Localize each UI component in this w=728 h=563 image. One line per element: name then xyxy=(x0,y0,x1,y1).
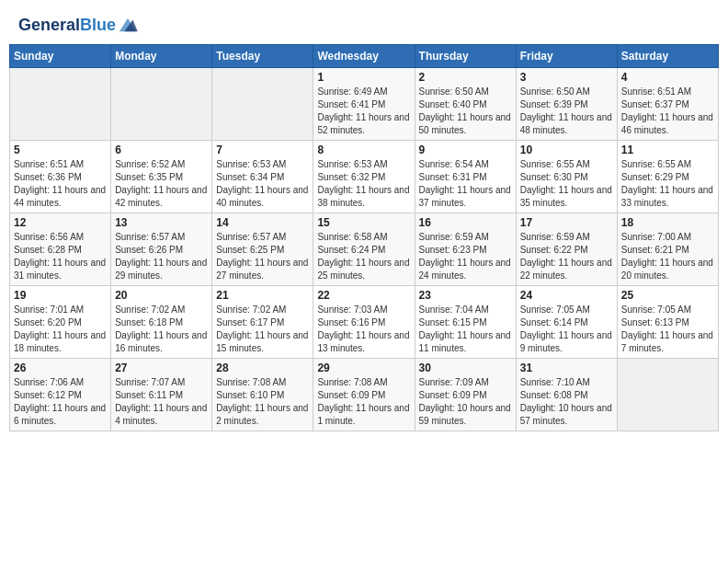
calendar-header-tuesday: Tuesday xyxy=(212,45,313,68)
calendar-cell: 13Sunrise: 6:57 AMSunset: 6:26 PMDayligh… xyxy=(111,213,212,286)
day-number: 12 xyxy=(14,216,107,229)
day-info: Sunrise: 6:53 AMSunset: 6:34 PMDaylight:… xyxy=(216,158,309,210)
calendar-week-3: 12Sunrise: 6:56 AMSunset: 6:28 PMDayligh… xyxy=(10,213,719,286)
day-number: 9 xyxy=(419,144,512,156)
day-number: 30 xyxy=(419,362,512,374)
calendar-cell: 15Sunrise: 6:58 AMSunset: 6:24 PMDayligh… xyxy=(313,213,415,286)
calendar-header-sunday: Sunday xyxy=(10,45,111,68)
calendar-week-2: 5Sunrise: 6:51 AMSunset: 6:36 PMDaylight… xyxy=(10,141,719,213)
day-info: Sunrise: 6:55 AMSunset: 6:29 PMDaylight:… xyxy=(621,158,714,210)
day-info: Sunrise: 7:10 AMSunset: 6:08 PMDaylight:… xyxy=(520,376,613,428)
calendar-cell: 11Sunrise: 6:55 AMSunset: 6:29 PMDayligh… xyxy=(617,141,718,213)
day-number: 1 xyxy=(317,71,410,84)
day-number: 7 xyxy=(216,144,309,156)
calendar-cell: 10Sunrise: 6:55 AMSunset: 6:30 PMDayligh… xyxy=(516,141,617,213)
day-info: Sunrise: 6:50 AMSunset: 6:40 PMDaylight:… xyxy=(419,86,512,137)
calendar-cell: 29Sunrise: 7:08 AMSunset: 6:09 PMDayligh… xyxy=(313,359,415,431)
logo-icon xyxy=(118,17,138,33)
day-number: 24 xyxy=(520,289,613,302)
calendar-cell: 20Sunrise: 7:02 AMSunset: 6:18 PMDayligh… xyxy=(111,286,212,359)
day-number: 28 xyxy=(216,362,309,374)
calendar-header-thursday: Thursday xyxy=(415,45,516,68)
calendar-cell: 9Sunrise: 6:54 AMSunset: 6:31 PMDaylight… xyxy=(415,141,516,213)
day-info: Sunrise: 6:49 AMSunset: 6:41 PMDaylight:… xyxy=(317,86,410,137)
calendar-cell xyxy=(10,68,111,141)
calendar-cell: 24Sunrise: 7:05 AMSunset: 6:14 PMDayligh… xyxy=(516,286,617,359)
day-number: 4 xyxy=(621,71,714,84)
day-number: 8 xyxy=(317,144,410,156)
calendar-cell: 5Sunrise: 6:51 AMSunset: 6:36 PMDaylight… xyxy=(10,141,111,213)
calendar-cell: 6Sunrise: 6:52 AMSunset: 6:35 PMDaylight… xyxy=(111,141,212,213)
day-number: 2 xyxy=(419,71,512,84)
calendar-cell: 21Sunrise: 7:02 AMSunset: 6:17 PMDayligh… xyxy=(212,286,313,359)
day-number: 26 xyxy=(14,362,107,374)
calendar-cell: 1Sunrise: 6:49 AMSunset: 6:41 PMDaylight… xyxy=(313,68,415,141)
calendar-cell: 14Sunrise: 6:57 AMSunset: 6:25 PMDayligh… xyxy=(212,213,313,286)
day-info: Sunrise: 6:51 AMSunset: 6:37 PMDaylight:… xyxy=(621,86,714,137)
day-number: 3 xyxy=(520,71,613,84)
day-info: Sunrise: 7:05 AMSunset: 6:13 PMDaylight:… xyxy=(621,304,714,355)
day-number: 19 xyxy=(14,289,107,302)
calendar-header-wednesday: Wednesday xyxy=(313,45,415,68)
day-info: Sunrise: 6:59 AMSunset: 6:22 PMDaylight:… xyxy=(520,231,613,282)
calendar-cell xyxy=(617,359,718,431)
day-number: 16 xyxy=(419,216,512,229)
day-number: 29 xyxy=(317,362,410,374)
day-number: 14 xyxy=(216,216,309,229)
day-info: Sunrise: 6:54 AMSunset: 6:31 PMDaylight:… xyxy=(419,158,512,210)
calendar-cell: 30Sunrise: 7:09 AMSunset: 6:09 PMDayligh… xyxy=(415,359,516,431)
calendar-week-1: 1Sunrise: 6:49 AMSunset: 6:41 PMDaylight… xyxy=(10,68,719,141)
calendar-cell: 3Sunrise: 6:50 AMSunset: 6:39 PMDaylight… xyxy=(516,68,617,141)
day-info: Sunrise: 7:07 AMSunset: 6:11 PMDaylight:… xyxy=(115,376,208,428)
calendar-week-4: 19Sunrise: 7:01 AMSunset: 6:20 PMDayligh… xyxy=(10,286,719,359)
calendar-cell: 27Sunrise: 7:07 AMSunset: 6:11 PMDayligh… xyxy=(111,359,212,431)
day-number: 23 xyxy=(419,289,512,302)
calendar-cell: 22Sunrise: 7:03 AMSunset: 6:16 PMDayligh… xyxy=(313,286,415,359)
calendar-header-saturday: Saturday xyxy=(617,45,718,68)
day-info: Sunrise: 6:56 AMSunset: 6:28 PMDaylight:… xyxy=(14,231,107,282)
calendar-header-monday: Monday xyxy=(111,45,212,68)
day-info: Sunrise: 7:09 AMSunset: 6:09 PMDaylight:… xyxy=(419,376,512,428)
day-number: 5 xyxy=(14,144,107,156)
day-info: Sunrise: 7:01 AMSunset: 6:20 PMDaylight:… xyxy=(14,304,107,355)
logo: GeneralBlue xyxy=(18,17,138,35)
calendar-table: SundayMondayTuesdayWednesdayThursdayFrid… xyxy=(9,44,719,431)
day-info: Sunrise: 6:52 AMSunset: 6:35 PMDaylight:… xyxy=(115,158,208,210)
day-info: Sunrise: 6:57 AMSunset: 6:26 PMDaylight:… xyxy=(115,231,208,282)
page-header: GeneralBlue xyxy=(9,9,719,39)
day-info: Sunrise: 7:03 AMSunset: 6:16 PMDaylight:… xyxy=(317,304,410,355)
day-info: Sunrise: 6:50 AMSunset: 6:39 PMDaylight:… xyxy=(520,86,613,137)
calendar-cell: 18Sunrise: 7:00 AMSunset: 6:21 PMDayligh… xyxy=(617,213,718,286)
calendar-cell: 17Sunrise: 6:59 AMSunset: 6:22 PMDayligh… xyxy=(516,213,617,286)
day-info: Sunrise: 6:51 AMSunset: 6:36 PMDaylight:… xyxy=(14,158,107,210)
calendar-cell: 2Sunrise: 6:50 AMSunset: 6:40 PMDaylight… xyxy=(415,68,516,141)
day-info: Sunrise: 7:02 AMSunset: 6:17 PMDaylight:… xyxy=(216,304,309,355)
day-info: Sunrise: 7:08 AMSunset: 6:09 PMDaylight:… xyxy=(317,376,410,428)
day-number: 25 xyxy=(621,289,714,302)
day-number: 13 xyxy=(115,216,208,229)
calendar-header-row: SundayMondayTuesdayWednesdayThursdayFrid… xyxy=(10,45,719,68)
day-info: Sunrise: 7:02 AMSunset: 6:18 PMDaylight:… xyxy=(115,304,208,355)
day-number: 18 xyxy=(621,216,714,229)
day-number: 22 xyxy=(317,289,410,302)
logo-text: GeneralBlue xyxy=(18,17,116,35)
day-info: Sunrise: 6:55 AMSunset: 6:30 PMDaylight:… xyxy=(520,158,613,210)
day-info: Sunrise: 7:04 AMSunset: 6:15 PMDaylight:… xyxy=(419,304,512,355)
calendar-cell xyxy=(212,68,313,141)
day-info: Sunrise: 6:57 AMSunset: 6:25 PMDaylight:… xyxy=(216,231,309,282)
day-number: 31 xyxy=(520,362,613,374)
day-info: Sunrise: 7:06 AMSunset: 6:12 PMDaylight:… xyxy=(14,376,107,428)
calendar-cell: 7Sunrise: 6:53 AMSunset: 6:34 PMDaylight… xyxy=(212,141,313,213)
day-info: Sunrise: 6:53 AMSunset: 6:32 PMDaylight:… xyxy=(317,158,410,210)
calendar-cell: 25Sunrise: 7:05 AMSunset: 6:13 PMDayligh… xyxy=(617,286,718,359)
calendar-cell xyxy=(111,68,212,141)
calendar-cell: 31Sunrise: 7:10 AMSunset: 6:08 PMDayligh… xyxy=(516,359,617,431)
calendar-cell: 28Sunrise: 7:08 AMSunset: 6:10 PMDayligh… xyxy=(212,359,313,431)
day-number: 21 xyxy=(216,289,309,302)
calendar-cell: 26Sunrise: 7:06 AMSunset: 6:12 PMDayligh… xyxy=(10,359,111,431)
day-number: 17 xyxy=(520,216,613,229)
day-info: Sunrise: 7:05 AMSunset: 6:14 PMDaylight:… xyxy=(520,304,613,355)
calendar-cell: 8Sunrise: 6:53 AMSunset: 6:32 PMDaylight… xyxy=(313,141,415,213)
day-info: Sunrise: 6:58 AMSunset: 6:24 PMDaylight:… xyxy=(317,231,410,282)
day-number: 11 xyxy=(621,144,714,156)
